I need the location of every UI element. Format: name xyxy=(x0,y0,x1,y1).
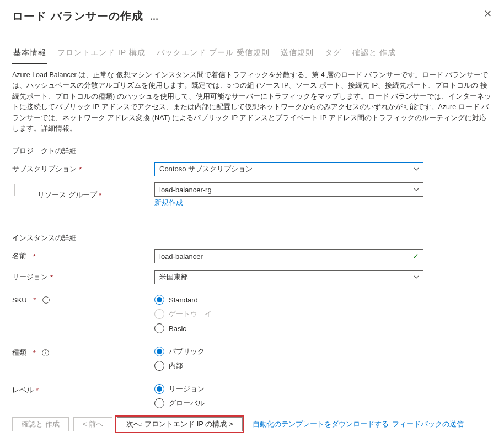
feedback-link[interactable]: フィードバックの送信 xyxy=(392,420,464,429)
tabs: 基本情報 フロントエンド IP 構成 バックエンド プール 受信規則 送信規則 … xyxy=(0,28,504,64)
previous-button[interactable]: < 前へ xyxy=(73,417,112,431)
tab-basics[interactable]: 基本情報 xyxy=(12,45,47,64)
tier-radio-group: リージョン グローバル xyxy=(154,384,423,408)
page-title: ロード バランサーの作成… xyxy=(12,9,159,24)
type-option-public[interactable]: パブリック xyxy=(154,347,423,356)
more-icon[interactable]: … xyxy=(150,12,159,22)
tab-backend-pools[interactable]: バックエンド プール 受信規則 xyxy=(156,45,271,64)
section-instance-details: インスタンスの詳細 xyxy=(12,233,492,243)
next-button[interactable]: 次へ: フロントエンド IP の構成 > xyxy=(117,417,243,431)
sku-option-basic[interactable]: Basic xyxy=(154,323,423,333)
review-create-button[interactable]: 確認と 作成 xyxy=(12,417,69,431)
check-icon: ✓ xyxy=(412,252,419,261)
tab-frontend-ip[interactable]: フロントエンド IP 構成 xyxy=(56,45,147,64)
label-region: リージョン* xyxy=(12,272,154,282)
tab-tags[interactable]: タグ xyxy=(324,45,342,64)
section-project-details: プロジェクトの詳細 xyxy=(12,146,492,156)
type-option-internal[interactable]: 内部 xyxy=(154,361,423,371)
label-name: 名前 * xyxy=(12,251,154,261)
tier-option-regional[interactable]: リージョン xyxy=(154,384,423,394)
download-template-link[interactable]: 自動化のテンプレートをダウンロードする xyxy=(253,420,389,429)
footer: 確認と 作成 < 前へ 次へ: フロントエンド IP の構成 > 自動化のテンプ… xyxy=(0,410,504,438)
close-button[interactable]: ✕ xyxy=(484,9,492,19)
label-subscription: サブスクリプション* xyxy=(12,164,154,174)
name-input[interactable]: load-balancer xyxy=(154,249,423,263)
create-new-link[interactable]: 新規作成 xyxy=(154,198,183,208)
info-icon[interactable]: i xyxy=(42,296,50,304)
sku-option-standard[interactable]: Standard xyxy=(154,295,423,305)
info-icon[interactable]: i xyxy=(42,349,49,356)
tab-outbound-rules[interactable]: 送信規則 xyxy=(280,45,315,64)
label-sku: SKU * i xyxy=(12,295,154,304)
chevron-down-icon xyxy=(414,275,419,279)
region-select[interactable]: 米国東部 xyxy=(154,270,423,284)
resource-group-select[interactable]: load-balancer-rg xyxy=(154,182,423,197)
sku-radio-group: Standard ゲートウェイ Basic xyxy=(154,295,423,333)
chevron-down-icon xyxy=(414,167,419,171)
tier-option-global[interactable]: グローバル xyxy=(154,398,423,408)
label-resource-group: リソース グループ * xyxy=(12,190,154,200)
chevron-down-icon xyxy=(414,188,419,191)
label-tier: レベル* xyxy=(12,384,154,395)
subscription-select[interactable]: Contoso サブスクリプション xyxy=(154,162,423,176)
tab-review-create[interactable]: 確認と 作成 xyxy=(351,45,398,64)
description-text: Azure Load Balancer は、正常な 仮想マシン インスタンス間で… xyxy=(12,70,492,134)
sku-option-gateway: ゲートウェイ xyxy=(154,309,423,319)
type-radio-group: パブリック 内部 xyxy=(154,347,423,371)
label-type: 種類 * i xyxy=(12,347,154,358)
